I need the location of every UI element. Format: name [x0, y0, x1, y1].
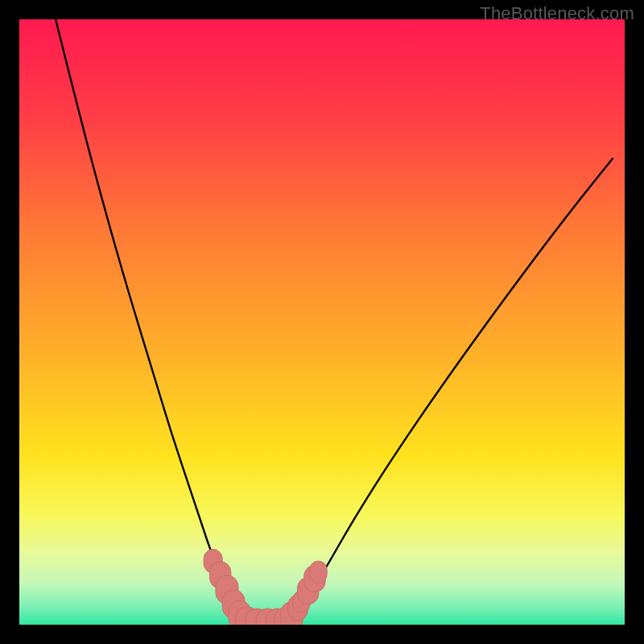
- data-marker: [310, 561, 328, 583]
- chart-frame: TheBottleneck.com: [0, 0, 644, 644]
- bottleneck-chart: [19, 19, 625, 625]
- plot-area: [19, 19, 625, 625]
- gradient-background: [19, 19, 625, 625]
